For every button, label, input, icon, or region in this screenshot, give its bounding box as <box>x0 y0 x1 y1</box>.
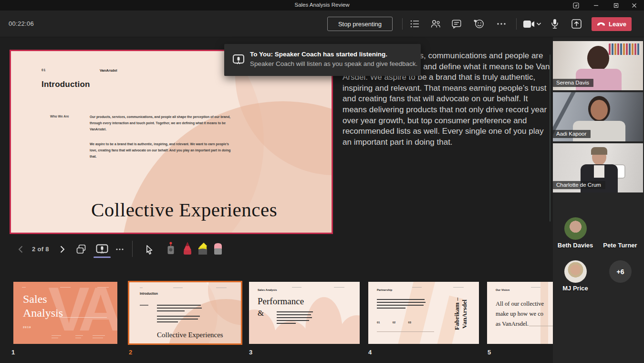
video-person <box>587 46 609 71</box>
slide-grid-button[interactable] <box>74 243 89 256</box>
thumb-text-bar <box>377 299 425 300</box>
thumbnail-slide-1[interactable]: VA SalesAnalysis 2019 <box>13 282 117 344</box>
avatar-beth-davies[interactable] <box>564 217 587 240</box>
laser-pointer-button[interactable] <box>165 242 177 255</box>
speaker-coach-toast[interactable]: To You: Speaker Coach has started listen… <box>224 44 421 76</box>
camera-button[interactable] <box>522 17 542 31</box>
slide-brand-logo: VanArsdel <box>100 68 117 73</box>
thumb-footer-bar <box>75 335 83 336</box>
slide-position-indicator: 2 of 8 <box>29 246 52 253</box>
slide-paragraph: Our products, services, communications, … <box>90 114 234 132</box>
thumbnail-number: 3 <box>249 349 252 356</box>
share-screen-button[interactable] <box>569 17 583 31</box>
thumb-footer-bar <box>75 338 81 338</box>
pointer-icon <box>145 245 154 255</box>
thumb-text-bar <box>377 302 426 303</box>
leave-phone-icon <box>597 22 605 26</box>
toast-subtitle: Speaker Coach will listen as you speak a… <box>250 60 417 67</box>
bookshelf-decor <box>609 43 640 55</box>
video-person <box>594 165 604 178</box>
thumb-band-shape <box>394 282 437 344</box>
people-icon <box>430 20 441 28</box>
highlighter-button[interactable] <box>197 242 209 255</box>
thumbnail-slide-2-selected[interactable]: Introduction Collective Experiences <box>128 281 242 345</box>
thumb-wave-shape <box>305 297 343 344</box>
minimize-button[interactable] <box>586 0 606 11</box>
reactions-button[interactable] <box>472 17 486 31</box>
participant-name-label: Aadi Kapoor <box>553 130 591 138</box>
speaker-coach-button[interactable] <box>93 243 111 256</box>
thumbnail-heading: Our Vision <box>496 288 509 291</box>
prev-slide-icon <box>18 246 23 253</box>
red-pen-button[interactable] <box>181 242 194 255</box>
video-tile-aadi-kapoor[interactable]: Aadi Kapoor <box>553 92 643 141</box>
maximize-button[interactable] <box>606 0 626 11</box>
mic-button[interactable] <box>548 17 562 31</box>
avatar-mj-price[interactable] <box>564 260 587 283</box>
pip-button[interactable] <box>566 0 586 11</box>
notes-scrollbar[interactable] <box>550 54 551 222</box>
annotation-more-button[interactable] <box>114 244 126 255</box>
thumb-header-bar <box>531 287 540 288</box>
video-tile-serena-davis[interactable]: Serena Davis <box>553 41 643 90</box>
thumb-text-bar <box>277 323 296 324</box>
thumb-header-bar <box>140 288 143 288</box>
thumb-text-bar <box>157 321 178 322</box>
leave-label: Leave <box>609 21 626 28</box>
meeting-notes-button[interactable] <box>408 17 422 31</box>
thumb-text-bar <box>140 305 148 306</box>
thumb-decor-line <box>59 317 107 318</box>
pip-icon <box>573 2 579 9</box>
window-titlebar: Sales Analysis Review <box>0 0 644 11</box>
thumb-header-bar <box>334 287 344 288</box>
notes-panel[interactable]: Our products, services, communications a… <box>343 51 552 232</box>
slide-side-label: Who We Are <box>50 115 69 118</box>
thumb-text-bar <box>157 305 201 306</box>
thumb-item: 03 <box>408 321 411 324</box>
thumbnail-numbered-items: 01 02 03 <box>377 321 411 324</box>
leave-button[interactable]: Leave <box>592 17 632 31</box>
next-slide-button[interactable] <box>57 244 68 255</box>
thumbnail-slide-3[interactable]: Sales Analysis Performance & <box>249 282 360 344</box>
thumb-wave-shape <box>272 321 310 344</box>
minimize-icon <box>593 3 599 8</box>
thumb-item: 02 <box>393 321 396 324</box>
nav-more-icon <box>116 248 124 250</box>
thumbnail-slide-4[interactable]: Partnership 01 02 03 Fabrikam – VanArsde… <box>368 282 479 344</box>
reactions-icon <box>473 19 485 29</box>
window-title: Sales Analysis Review <box>0 2 644 8</box>
camera-dropdown-icon[interactable] <box>537 22 541 25</box>
previous-slide-button[interactable] <box>15 244 26 255</box>
thumb-text-bar <box>277 314 311 315</box>
participant-name-label: MJ Price <box>549 285 602 292</box>
slide-paragraph: We aspire to be a brand that is authenti… <box>90 141 234 160</box>
chat-button[interactable] <box>449 17 464 31</box>
thumb-header-bar <box>173 288 183 288</box>
participants-button[interactable] <box>428 17 443 31</box>
video-tile-charlotte-de-crum[interactable]: Charlotte de Crum <box>553 143 643 192</box>
pointer-tool-button[interactable] <box>143 242 156 255</box>
stop-presenting-button[interactable]: Stop presenting <box>327 17 393 31</box>
toast-title: To You: Speaker Coach has started listen… <box>250 51 387 58</box>
thumb-text-bar <box>157 316 200 317</box>
share-screen-icon <box>571 19 582 29</box>
overflow-participants-button[interactable]: +6 <box>609 260 632 283</box>
participants-sidebar: Serena Davis Aadi Kapoor Charlotte de Cr… <box>553 37 644 363</box>
more-options-button[interactable] <box>494 17 509 31</box>
speaker-coach-icon <box>96 244 108 255</box>
thumb-header-bar <box>216 288 227 288</box>
eraser-icon <box>213 242 223 255</box>
video-person <box>591 147 607 155</box>
presented-slide[interactable]: 01 VanArsdel Introduction Who We Are Our… <box>10 50 333 234</box>
overflow-count: +6 <box>617 268 624 276</box>
close-button[interactable] <box>624 0 644 11</box>
thumb-header-bar <box>60 287 71 288</box>
thumb-header-bar <box>22 287 26 288</box>
highlighter-icon <box>197 242 208 255</box>
eraser-button[interactable] <box>212 242 224 255</box>
teams-meeting-window: Sales Analysis Review 00:22:06 Stop pres… <box>0 0 644 363</box>
thumb-rule <box>529 326 553 326</box>
avatar-pete-turner[interactable] <box>609 217 632 240</box>
slide-grid-icon <box>76 245 87 255</box>
thumb-header-bar <box>292 287 301 288</box>
